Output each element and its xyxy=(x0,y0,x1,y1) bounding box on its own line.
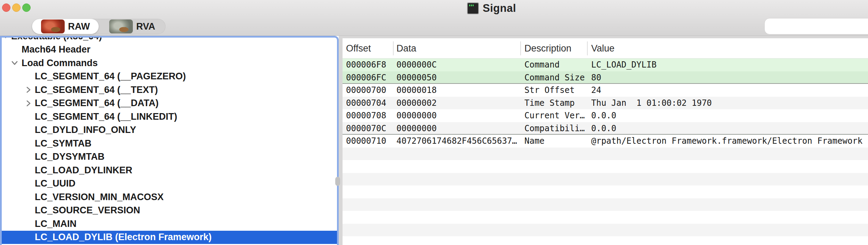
sidebar-item-label: LC_LOAD_DYLINKER xyxy=(35,165,132,176)
sidebar-item-label: LC_SEGMENT_64 (__PAGEZERO) xyxy=(35,71,186,82)
table-row[interactable]: 0000070400000002Time StampThu Jan 1 01:0… xyxy=(343,97,868,110)
empty-table-row xyxy=(343,148,868,160)
cell-description: Command xyxy=(524,58,560,71)
cell-value: @rpath/Electron Framework.framework/Elec… xyxy=(591,135,862,148)
cell-data: 00000000 xyxy=(396,122,437,135)
empty-table-row xyxy=(343,160,868,173)
cell-data: 00000000 xyxy=(396,109,437,122)
empty-table-row xyxy=(343,236,868,245)
column-header-value[interactable]: Value xyxy=(591,38,614,58)
cell-data: 00000018 xyxy=(396,84,437,97)
cell-offset: 00000710 xyxy=(346,135,386,148)
sidebar-item-lc-segment-64-linkedit[interactable]: LC_SEGMENT_64 (__LINKEDIT) xyxy=(0,110,339,124)
segment-raw[interactable]: RAW xyxy=(32,19,99,34)
sidebar-item-mach64-header[interactable]: Mach64 Header xyxy=(0,43,339,57)
sidebar-item-label: Mach64 Header xyxy=(22,44,90,55)
raw-rva-segmented-control: RAW RVA xyxy=(32,19,166,34)
window-title: Signal xyxy=(483,2,516,15)
table-row[interactable]: 0000070800000000Current Ver…0.0.0 xyxy=(343,109,868,122)
sidebar-item-lc-source-version[interactable]: LC_SOURCE_VERSION xyxy=(0,204,339,218)
sidebar-item-label: LC_VERSION_MIN_MACOSX xyxy=(35,192,164,203)
sidebar-item-load-commands[interactable]: Load Commands xyxy=(0,56,339,70)
sidebar-item-lc-version-min-macosx[interactable]: LC_VERSION_MIN_MACOSX xyxy=(0,190,339,204)
empty-table-row xyxy=(343,173,868,186)
cell-value: 24 xyxy=(591,84,601,97)
sidebar-item-lc-segment-64-data[interactable]: LC_SEGMENT_64 (__DATA) xyxy=(0,97,339,110)
titlebar: Signal RAW RVA xyxy=(0,0,868,36)
table-row[interactable]: 000006F80000000CCommandLC_LOAD_DYLIB xyxy=(343,58,868,71)
sidebar-item-label: LC_SOURCE_VERSION xyxy=(35,205,140,216)
table-row[interactable]: 000006FC00000050Command Size80 xyxy=(343,71,868,84)
minimize-button[interactable] xyxy=(12,3,21,12)
table-body: 000006F80000000CCommandLC_LOAD_DYLIB0000… xyxy=(343,58,868,245)
cell-data: 00000002 xyxy=(396,97,437,110)
cell-description: Compatibili… xyxy=(524,122,585,135)
cell-description: Time Stamp xyxy=(524,97,575,110)
sidebar-item-lc-segment-64-text[interactable]: LC_SEGMENT_64 (__TEXT) xyxy=(0,83,339,97)
sidebar-scrollbar-thumb[interactable] xyxy=(335,177,340,186)
table-row[interactable]: 0000070000000018Str Offset24 xyxy=(343,84,868,97)
chevron-right-icon[interactable] xyxy=(24,86,33,94)
segment-raw-label: RAW xyxy=(68,21,90,32)
sidebar-item-label: Executable (X86_64) xyxy=(11,36,102,42)
empty-table-row xyxy=(343,211,868,224)
cell-value: Thu Jan 1 01:00:02 1970 xyxy=(591,97,712,110)
sidebar-item-label: LC_UUID xyxy=(35,178,75,189)
cell-description: Current Ver… xyxy=(524,109,585,122)
chevron-down-icon[interactable] xyxy=(10,59,19,67)
table-header: OffsetDataDescriptionValue xyxy=(343,38,868,58)
cell-value: LC_LOAD_DYLIB xyxy=(591,58,657,71)
sidebar-item-executable-x86-64[interactable]: Executable (X86_64) xyxy=(0,36,339,43)
column-header-offset[interactable]: Offset xyxy=(346,38,371,58)
sidebar-item-lc-uuid[interactable]: LC_UUID xyxy=(0,177,339,191)
sidebar-item-lc-load-dylib-electron-framework[interactable]: LC_LOAD_DYLIB (Electron Framework) xyxy=(0,231,339,244)
sidebar-item-label: LC_SYMTAB xyxy=(35,138,91,149)
sidebar-item-lc-dysymtab[interactable]: LC_DYSYMTAB xyxy=(0,150,339,164)
cell-offset: 0000070C xyxy=(346,122,386,135)
chevron-right-icon[interactable] xyxy=(24,99,33,108)
sidebar-item-lc-symtab[interactable]: LC_SYMTAB xyxy=(0,137,339,150)
app-window: Executable (X86_64)Mach64 HeaderLoad Com… xyxy=(0,0,868,245)
sidebar-item-label: LC_DYLD_INFO_ONLY xyxy=(35,125,136,135)
empty-table-row xyxy=(343,224,868,237)
cell-data: 00000050 xyxy=(396,71,437,84)
column-header-description[interactable]: Description xyxy=(524,38,571,58)
segment-rva[interactable]: RVA xyxy=(99,19,166,34)
cell-data: 4072706174682F456C65637… xyxy=(396,135,517,148)
detail-table-pane: OffsetDataDescriptionValue 000006F800000… xyxy=(343,38,868,245)
apple-red-icon xyxy=(41,19,65,33)
search-input[interactable] xyxy=(772,21,868,32)
cell-offset: 00000708 xyxy=(346,109,386,122)
column-header-data[interactable]: Data xyxy=(396,38,416,58)
sidebar-item-label: LC_MAIN xyxy=(35,219,77,229)
empty-table-row xyxy=(343,198,868,211)
cell-description: Command Size xyxy=(524,71,585,84)
empty-table-row xyxy=(343,185,868,198)
app-terminal-icon xyxy=(467,2,479,14)
sidebar-item-label: LC_SEGMENT_64 (__TEXT) xyxy=(35,85,158,95)
zoom-button[interactable] xyxy=(22,3,31,12)
cell-offset: 00000700 xyxy=(346,84,386,97)
column-separator xyxy=(587,41,588,55)
chevron-down-icon[interactable] xyxy=(1,36,10,40)
cell-data: 0000000C xyxy=(396,58,437,71)
sidebar-item-label: LC_DYSYMTAB xyxy=(35,151,105,162)
cell-offset: 000006F8 xyxy=(346,58,386,71)
search-field[interactable] xyxy=(764,18,868,34)
sidebar-item-lc-segment-64-pagezero[interactable]: LC_SEGMENT_64 (__PAGEZERO) xyxy=(0,70,339,84)
sidebar-item-lc-dyld-info-only[interactable]: LC_DYLD_INFO_ONLY xyxy=(0,124,339,137)
cell-value: 0.0.0 xyxy=(591,109,616,122)
cell-offset: 00000704 xyxy=(346,97,386,110)
sidebar-item-lc-load-dylinker[interactable]: LC_LOAD_DYLINKER xyxy=(0,164,339,177)
sidebar-outline: Executable (X86_64)Mach64 HeaderLoad Com… xyxy=(0,36,339,245)
table-row[interactable]: 0000070C00000000Compatibili…0.0.0 xyxy=(343,122,868,135)
sidebar-tree: Executable (X86_64)Mach64 HeaderLoad Com… xyxy=(0,36,339,244)
cell-value: 0.0.0 xyxy=(591,122,616,135)
table-row[interactable]: 000007104072706174682F456C65637…Name@rpa… xyxy=(343,135,868,148)
cell-description: Name xyxy=(524,135,545,148)
segment-rva-label: RVA xyxy=(136,21,155,32)
close-button[interactable] xyxy=(2,3,10,12)
sidebar-item-lc-main[interactable]: LC_MAIN xyxy=(0,217,339,231)
apple-gray-icon xyxy=(109,19,133,33)
column-separator xyxy=(393,41,394,55)
